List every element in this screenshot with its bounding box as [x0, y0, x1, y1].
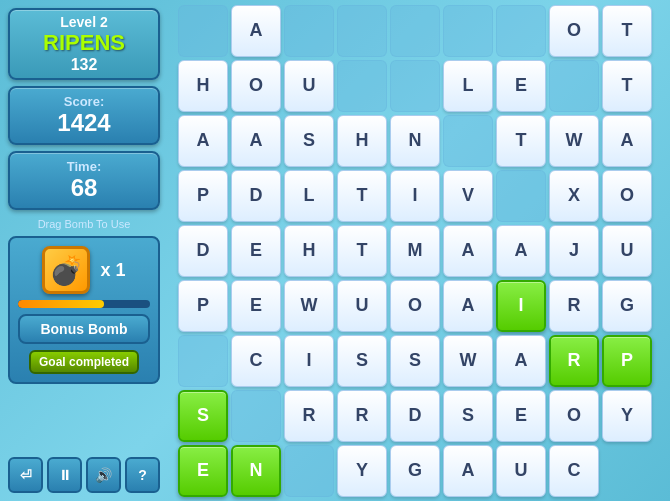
help-button[interactable]: ? — [125, 457, 160, 493]
cell-1-4[interactable]: L — [443, 60, 493, 112]
cell-0-7[interactable]: O — [549, 5, 599, 57]
cell-5-6[interactable]: I — [284, 335, 334, 387]
time-box: Time: 68 — [8, 151, 160, 210]
exit-icon: ⏎ — [20, 467, 32, 483]
cell-0-9[interactable]: H — [178, 60, 228, 112]
cell-6-1[interactable]: R — [549, 335, 599, 387]
cell-7-4[interactable] — [284, 445, 334, 497]
cell-2-3[interactable] — [443, 115, 493, 167]
cell-1-2[interactable] — [337, 60, 387, 112]
cell-6-9[interactable]: E — [496, 390, 546, 442]
cell-3-9[interactable]: T — [337, 225, 387, 277]
cell-7-5[interactable]: Y — [337, 445, 387, 497]
cell-5-4[interactable] — [178, 335, 228, 387]
cell-2-6[interactable]: A — [602, 115, 652, 167]
game-container: Level 2 RIPENS 132 Score: 1424 Time: 68 … — [0, 0, 670, 501]
cell-1-3[interactable] — [390, 60, 440, 112]
cell-1-1[interactable]: U — [284, 60, 334, 112]
cell-6-3[interactable]: S — [178, 390, 228, 442]
cell-0-5[interactable] — [443, 5, 493, 57]
cell-2-0[interactable]: S — [284, 115, 334, 167]
cell-4-5[interactable]: P — [178, 280, 228, 332]
cell-1-6[interactable] — [549, 60, 599, 112]
letter-grid: A O T H O U L E T A A S H N T W — [178, 5, 652, 497]
current-word: RIPENS — [18, 30, 150, 56]
cell-5-3[interactable]: G — [602, 280, 652, 332]
cell-2-9[interactable]: L — [284, 170, 334, 222]
cell-7-9[interactable]: C — [549, 445, 599, 497]
cell-0-1[interactable]: A — [231, 5, 281, 57]
cell-4-2[interactable]: A — [496, 225, 546, 277]
cell-3-6[interactable]: D — [178, 225, 228, 277]
cell-6-7[interactable]: D — [390, 390, 440, 442]
cell-0-6[interactable] — [496, 5, 546, 57]
cell-7-3[interactable]: N — [231, 445, 281, 497]
score-box: Score: 1424 — [8, 86, 160, 145]
bomb-section: 💣 x 1 Bonus Bomb Goal completed — [8, 236, 160, 384]
cell-5-7[interactable]: S — [337, 335, 387, 387]
cell-6-6[interactable]: R — [337, 390, 387, 442]
cell-2-4[interactable]: T — [496, 115, 546, 167]
cell-7-7[interactable]: A — [443, 445, 493, 497]
cell-2-7[interactable]: P — [178, 170, 228, 222]
cell-3-5[interactable]: O — [602, 170, 652, 222]
cell-2-1[interactable]: H — [337, 115, 387, 167]
cell-6-0[interactable]: A — [496, 335, 546, 387]
cell-3-0[interactable]: T — [337, 170, 387, 222]
cell-0-2[interactable] — [284, 5, 334, 57]
left-panel: Level 2 RIPENS 132 Score: 1424 Time: 68 … — [0, 0, 168, 501]
cell-4-0[interactable]: M — [390, 225, 440, 277]
time-value: 68 — [18, 174, 150, 202]
cell-3-2[interactable]: V — [443, 170, 493, 222]
cell-7-6[interactable]: G — [390, 445, 440, 497]
level-box: Level 2 RIPENS 132 — [8, 8, 160, 80]
cell-6-8[interactable]: S — [443, 390, 493, 442]
cell-3-3[interactable] — [496, 170, 546, 222]
cell-2-5[interactable]: W — [549, 115, 599, 167]
cell-2-2[interactable]: N — [390, 115, 440, 167]
cell-7-8[interactable]: U — [496, 445, 546, 497]
cell-5-0[interactable]: A — [443, 280, 493, 332]
cell-6-4[interactable] — [231, 390, 281, 442]
cell-0-8[interactable]: T — [602, 5, 652, 57]
cell-6-2[interactable]: P — [602, 335, 652, 387]
exit-button[interactable]: ⏎ — [8, 457, 43, 493]
grid-area: A O T H O U L E T A A S H N T W — [168, 0, 670, 501]
cell-0-3[interactable] — [337, 5, 387, 57]
bomb-icon[interactable]: 💣 — [42, 246, 90, 294]
cell-5-8[interactable]: S — [390, 335, 440, 387]
cell-4-7[interactable]: W — [284, 280, 334, 332]
cell-6-5[interactable]: R — [284, 390, 334, 442]
cell-4-1[interactable]: A — [443, 225, 493, 277]
cell-1-7[interactable]: T — [602, 60, 652, 112]
cell-4-6[interactable]: E — [231, 280, 281, 332]
cell-3-1[interactable]: I — [390, 170, 440, 222]
cell-5-9[interactable]: W — [443, 335, 493, 387]
cell-4-3[interactable]: J — [549, 225, 599, 277]
cell-1-9[interactable]: A — [231, 115, 281, 167]
cell-3-4[interactable]: X — [549, 170, 599, 222]
cell-4-4[interactable]: U — [602, 225, 652, 277]
cell-5-5[interactable]: C — [231, 335, 281, 387]
cell-4-9[interactable]: O — [390, 280, 440, 332]
cell-2-8[interactable]: D — [231, 170, 281, 222]
cell-5-1[interactable]: I — [496, 280, 546, 332]
cell-5-2[interactable]: R — [549, 280, 599, 332]
cell-1-0[interactable]: O — [231, 60, 281, 112]
bonus-bomb-button[interactable]: Bonus Bomb — [18, 314, 150, 344]
cell-1-8[interactable]: A — [178, 115, 228, 167]
word-score: 132 — [18, 56, 150, 74]
bottom-controls: ⏎ ⏸ 🔊 ? — [8, 457, 160, 493]
cell-1-5[interactable]: E — [496, 60, 546, 112]
sound-button[interactable]: 🔊 — [86, 457, 121, 493]
cell-3-7[interactable]: E — [231, 225, 281, 277]
cell-0-4[interactable] — [390, 5, 440, 57]
cell-0-0[interactable] — [178, 5, 228, 57]
cell-7-1[interactable]: Y — [602, 390, 652, 442]
cell-3-8[interactable]: H — [284, 225, 334, 277]
sound-icon: 🔊 — [95, 467, 112, 483]
pause-button[interactable]: ⏸ — [47, 457, 82, 493]
cell-7-0[interactable]: O — [549, 390, 599, 442]
cell-7-2[interactable]: E — [178, 445, 228, 497]
cell-4-8[interactable]: U — [337, 280, 387, 332]
